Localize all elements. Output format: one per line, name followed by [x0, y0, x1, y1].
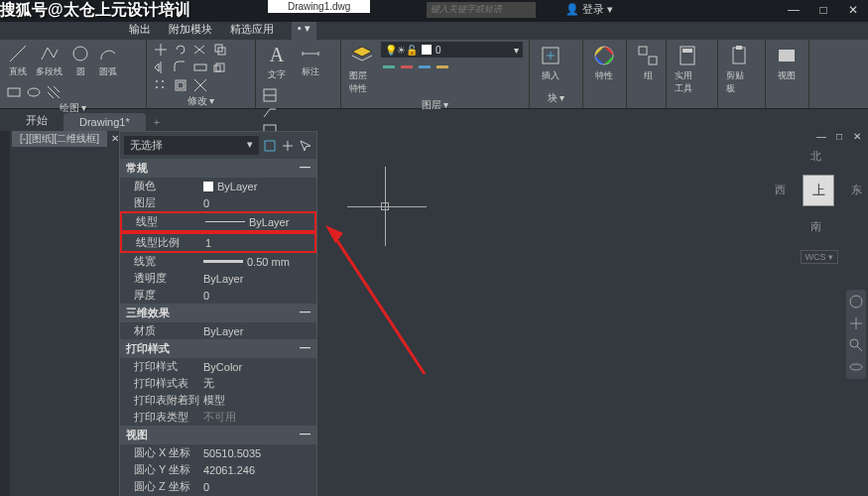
- tool-arc[interactable]: 圆弧: [96, 42, 120, 80]
- prop-row[interactable]: 圆心 X 坐标 50510.5035: [120, 444, 316, 461]
- tool-layer-props[interactable]: 图层特性: [347, 42, 377, 97]
- prop-value[interactable]: 0: [199, 195, 316, 210]
- prop-section-header[interactable]: 三维效果—: [120, 304, 316, 322]
- quickselect-icon[interactable]: [263, 139, 277, 153]
- scale-icon[interactable]: [212, 60, 228, 75]
- viewcube-north[interactable]: 北: [810, 149, 821, 164]
- panel-close-button[interactable]: ✕: [111, 133, 119, 144]
- ribbon-tab-addins[interactable]: 附加模块: [169, 22, 212, 40]
- group-label-modify[interactable]: 修改 ▾: [153, 93, 249, 109]
- zoom-icon[interactable]: [848, 337, 864, 353]
- tool-clipboard[interactable]: 剪贴板: [724, 42, 754, 97]
- viewcube-south[interactable]: 南: [810, 219, 821, 234]
- help-search-input[interactable]: 键入关键字或短语: [427, 2, 536, 18]
- close-button[interactable]: ✕: [838, 0, 868, 20]
- wcs-indicator[interactable]: WCS ▾: [801, 250, 839, 264]
- maximize-button[interactable]: □: [808, 0, 838, 20]
- login-menu[interactable]: 👤 登录 ▾: [565, 2, 613, 17]
- prop-row[interactable]: 打印表类型 不可用: [120, 409, 316, 426]
- layer-tool-icon[interactable]: [417, 60, 433, 75]
- prop-row[interactable]: 线宽 0.50 mm: [120, 253, 316, 270]
- tool-line[interactable]: 直线: [6, 42, 30, 80]
- viewport-minimize[interactable]: —: [814, 131, 828, 145]
- fillet-icon[interactable]: [173, 60, 188, 75]
- prop-value[interactable]: 1: [201, 235, 314, 250]
- pickadd-icon[interactable]: [281, 139, 295, 153]
- prop-value[interactable]: ByLayer: [199, 179, 316, 193]
- prop-row[interactable]: 圆心 Z 坐标 0: [120, 478, 316, 495]
- table-icon[interactable]: [262, 87, 278, 103]
- layer-dropdown[interactable]: 💡 ☀ 🔓 0 ▾: [381, 42, 523, 58]
- prop-row[interactable]: 材质 ByLayer: [120, 322, 316, 339]
- prop-row[interactable]: 打印样式 ByColor: [120, 358, 316, 375]
- tool-view[interactable]: 视图: [772, 42, 802, 84]
- viewport-maximize[interactable]: □: [832, 131, 846, 145]
- tab-start[interactable]: 开始: [10, 110, 63, 131]
- prop-row[interactable]: 圆心 Y 坐标 42061.246: [120, 461, 316, 478]
- prop-row[interactable]: 图层 0: [120, 194, 316, 211]
- prop-section-header[interactable]: 常规—: [120, 159, 316, 178]
- prop-row[interactable]: 线型比例 1: [120, 232, 316, 253]
- tool-circle[interactable]: 圆: [68, 42, 92, 80]
- minimize-button[interactable]: —: [779, 0, 808, 20]
- tool-polyline[interactable]: 多段线: [34, 42, 64, 80]
- group-label-layers[interactable]: 图层 ▾: [347, 97, 523, 113]
- viewport-label[interactable]: [-][图纸][二维线框]: [12, 131, 107, 147]
- offset-icon[interactable]: [173, 77, 188, 93]
- leader-icon[interactable]: [262, 105, 278, 121]
- prop-row[interactable]: 颜色 ByLayer: [120, 178, 316, 194]
- layer-tool-icon[interactable]: [399, 60, 415, 75]
- prop-row[interactable]: 打印样式表 无: [120, 375, 316, 392]
- ellipse-icon[interactable]: [26, 84, 42, 100]
- prop-value[interactable]: 0: [199, 288, 316, 303]
- layer-tool-icon[interactable]: [434, 60, 450, 75]
- prop-value[interactable]: ByLayer: [201, 214, 314, 229]
- trim-icon[interactable]: [192, 42, 208, 58]
- array-icon[interactable]: [153, 77, 169, 93]
- viewcube-east[interactable]: 东: [851, 183, 862, 197]
- pan-icon[interactable]: [848, 315, 864, 331]
- viewport-close[interactable]: ✕: [850, 131, 864, 145]
- ribbon-tab-featured[interactable]: 精选应用: [230, 22, 274, 40]
- move-icon[interactable]: [153, 42, 169, 58]
- drawing-canvas[interactable]: — □ ✕ 北 南 西 东 上 WCS ▾: [317, 131, 868, 496]
- prop-row[interactable]: 打印表附着到 模型: [120, 392, 316, 409]
- rotate-icon[interactable]: [173, 42, 188, 58]
- prop-section-header[interactable]: 视图—: [120, 426, 316, 444]
- orbit-icon[interactable]: [848, 359, 864, 375]
- tool-dimension[interactable]: 标注: [296, 42, 325, 80]
- tool-properties[interactable]: 特性: [589, 42, 619, 84]
- prop-value[interactable]: 无: [199, 376, 316, 391]
- prop-value[interactable]: ByLayer: [199, 323, 316, 338]
- copy-icon[interactable]: [212, 42, 228, 58]
- steering-wheel-icon[interactable]: [848, 294, 864, 310]
- ribbon-tab-indicator[interactable]: ▪ ▾: [292, 22, 316, 40]
- prop-value[interactable]: 0: [199, 479, 316, 494]
- prop-value[interactable]: 不可用: [199, 410, 316, 425]
- prop-row[interactable]: 透明度 ByLayer: [120, 270, 316, 287]
- rect-icon[interactable]: [6, 84, 22, 100]
- viewcube-top-face[interactable]: 上: [803, 175, 834, 206]
- selection-dropdown[interactable]: 无选择 ▾: [124, 136, 259, 155]
- layer-tool-icon[interactable]: [381, 60, 397, 75]
- stretch-icon[interactable]: [192, 60, 208, 75]
- tool-utilities[interactable]: 实用工具: [673, 42, 702, 97]
- prop-value[interactable]: ByColor: [199, 359, 316, 374]
- tab-drawing1[interactable]: Drawing1*: [63, 113, 146, 131]
- tool-text[interactable]: A文字: [262, 42, 292, 83]
- prop-row[interactable]: 厚度 0: [120, 287, 316, 304]
- hatch-icon[interactable]: [46, 84, 62, 100]
- tool-insert[interactable]: 插入: [536, 42, 565, 84]
- prop-value[interactable]: 50510.5035: [199, 445, 316, 460]
- viewcube-west[interactable]: 西: [775, 183, 786, 197]
- prop-value[interactable]: ByLayer: [199, 271, 316, 286]
- mirror-icon[interactable]: [153, 60, 169, 75]
- group-label-block[interactable]: 块 ▾: [536, 90, 576, 106]
- prop-section-header[interactable]: 打印样式—: [120, 339, 316, 358]
- tool-group[interactable]: 组: [633, 42, 663, 84]
- prop-value[interactable]: 42061.246: [199, 462, 316, 477]
- explode-icon[interactable]: [192, 77, 208, 93]
- view-cube[interactable]: 北 南 西 东 上: [789, 161, 848, 220]
- selectobj-icon[interactable]: [299, 139, 312, 153]
- prop-value[interactable]: 0.50 mm: [199, 254, 316, 269]
